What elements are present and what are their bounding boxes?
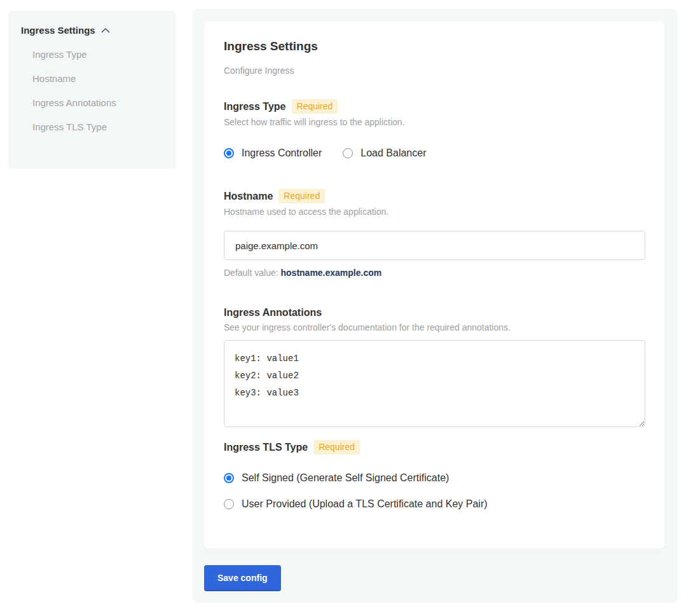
hostname-input[interactable] <box>224 231 645 260</box>
ingress-settings-card: Ingress Settings Configure Ingress Ingre… <box>204 21 664 549</box>
ingress-annotations-help: See your ingress controller's documentat… <box>224 322 645 333</box>
sidebar-item-hostname[interactable]: Hostname <box>21 66 163 90</box>
default-value-label: Default value: <box>224 268 278 278</box>
section-ingress-type: Ingress Type Required Select how traffic… <box>224 99 645 160</box>
section-hostname: Hostname Required Hostname used to acces… <box>224 189 645 278</box>
radio-load-balancer[interactable] <box>343 148 353 158</box>
radio-user-provided[interactable] <box>224 499 234 509</box>
save-config-button[interactable]: Save config <box>204 565 281 590</box>
radio-label: Ingress Controller <box>242 147 322 160</box>
radio-option-load-balancer[interactable]: Load Balancer <box>343 147 426 160</box>
required-badge: Required <box>278 189 325 203</box>
page-title: Ingress Settings <box>224 39 645 53</box>
section-ingress-annotations: Ingress Annotations See your ingress con… <box>224 306 645 427</box>
hostname-label: Hostname <box>224 190 273 203</box>
radio-label: User Provided (Upload a TLS Certificate … <box>242 498 488 510</box>
sidebar-group-title: Ingress Settings <box>21 25 95 36</box>
sidebar-item-ingress-annotations[interactable]: Ingress Annotations <box>21 90 163 114</box>
radio-self-signed[interactable] <box>224 473 234 483</box>
radio-label: Load Balancer <box>360 147 426 160</box>
config-nav-sidebar: Ingress Settings Ingress Type Hostname I… <box>8 11 176 168</box>
sidebar-item-ingress-tls-type[interactable]: Ingress TLS Type <box>21 114 163 139</box>
page-subtitle: Configure Ingress <box>224 65 645 76</box>
default-value-text[interactable]: hostname.example.com <box>281 268 382 278</box>
section-ingress-tls-type: Ingress TLS Type Required Self Signed (G… <box>224 440 645 510</box>
ingress-type-help: Select how traffic will ingress to the a… <box>224 116 645 128</box>
config-panel: Ingress Settings Configure Ingress Ingre… <box>193 9 678 603</box>
radio-option-ingress-controller[interactable]: Ingress Controller <box>224 147 322 160</box>
hostname-default-line: Default value: hostname.example.com <box>224 267 645 278</box>
radio-option-user-provided[interactable]: User Provided (Upload a TLS Certificate … <box>224 498 645 510</box>
ingress-annotations-label: Ingress Annotations <box>224 306 322 319</box>
ingress-type-label: Ingress Type <box>224 100 286 113</box>
required-badge: Required <box>313 440 360 455</box>
sidebar-item-ingress-type[interactable]: Ingress Type <box>21 42 163 66</box>
radio-label: Self Signed (Generate Self Signed Certif… <box>242 472 449 484</box>
ingress-annotations-textarea[interactable] <box>224 340 645 427</box>
hostname-help: Hostname used to access the application. <box>224 206 645 217</box>
ingress-tls-type-label: Ingress TLS Type <box>224 441 308 454</box>
required-badge: Required <box>292 99 338 114</box>
chevron-up-icon <box>101 27 110 33</box>
radio-option-self-signed[interactable]: Self Signed (Generate Self Signed Certif… <box>224 472 645 484</box>
sidebar-group-ingress-settings[interactable]: Ingress Settings <box>21 25 163 36</box>
radio-ingress-controller[interactable] <box>224 148 234 158</box>
